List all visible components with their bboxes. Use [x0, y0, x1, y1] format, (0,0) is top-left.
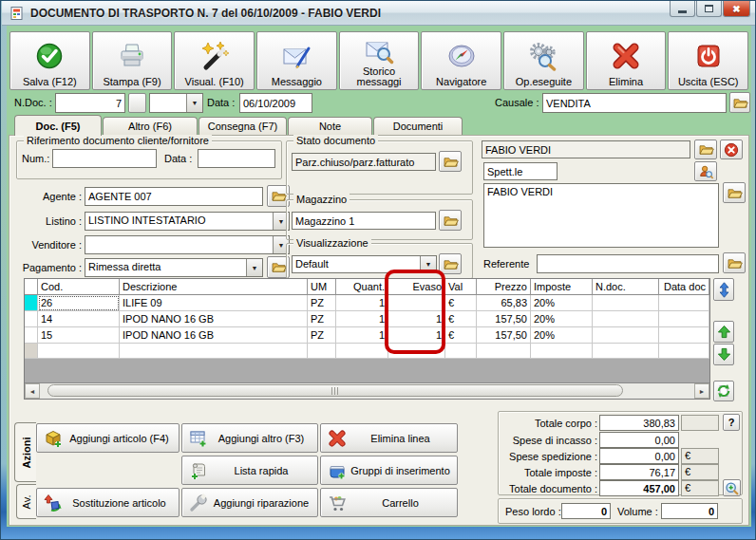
- gruppi-inserimento-button[interactable]: Gruppi di inserimento: [320, 456, 458, 485]
- scroll-right-icon[interactable]: ►: [694, 383, 709, 399]
- indirizzo-lookup-button[interactable]: [723, 182, 746, 203]
- venditore-select[interactable]: ▼: [85, 235, 290, 254]
- cell-val[interactable]: €: [445, 295, 477, 311]
- sostituzione-articolo-button[interactable]: Sostituzione articolo: [36, 488, 180, 517]
- close-button[interactable]: ✖: [723, 1, 750, 17]
- grid-header-imposte[interactable]: Imposte: [531, 279, 593, 295]
- row-selector-cell[interactable]: [25, 327, 38, 344]
- cell-um[interactable]: PZ: [308, 311, 336, 327]
- visualizzazione-select[interactable]: Default ▼: [292, 255, 437, 273]
- tab-azioni[interactable]: Azioni: [14, 422, 36, 482]
- tab-consegna[interactable]: Consegna (F7): [198, 117, 287, 136]
- row-selector-cell[interactable]: [25, 311, 38, 327]
- refresh-button[interactable]: [713, 381, 734, 401]
- grid-header-um[interactable]: UM: [308, 279, 336, 295]
- cell-datadoc[interactable]: [659, 311, 709, 327]
- totals-detail-button[interactable]: [723, 479, 741, 496]
- causale-lookup-button[interactable]: [729, 92, 750, 113]
- cell-imposte[interactable]: 20%: [531, 311, 593, 327]
- cell-um[interactable]: PZ: [308, 295, 336, 311]
- cell-prezzo[interactable]: 65,83: [477, 295, 531, 311]
- cell-prezzo[interactable]: 157,50: [477, 327, 531, 344]
- cell-val[interactable]: €: [445, 327, 477, 344]
- horizontal-scrollbar[interactable]: ◄ ►: [25, 383, 709, 399]
- cell-cod[interactable]: 14: [38, 311, 120, 327]
- grid-header-datadoc[interactable]: Data doc: [659, 279, 709, 295]
- ndoc-aux-button[interactable]: [128, 93, 146, 113]
- peso-lordo-value[interactable]: [561, 503, 611, 519]
- move-up-button[interactable]: [713, 321, 734, 343]
- cell-descrizione[interactable]: IPOD NANO 16 GB: [120, 327, 308, 344]
- cell-quant[interactable]: 1: [336, 327, 388, 344]
- maximize-button[interactable]: [696, 1, 722, 17]
- elimina-linea-button[interactable]: Elimina linea: [320, 423, 458, 453]
- tab-avanzate[interactable]: Av.: [16, 484, 36, 519]
- tab-note[interactable]: Note: [288, 117, 372, 136]
- lista-rapida-button[interactable]: Lista rapida: [181, 456, 318, 485]
- grid-header-cod[interactable]: Cod.: [38, 279, 120, 295]
- table-row[interactable]: 15 IPOD NANO 16 GB PZ 1 1 € 157,50 20%: [25, 327, 709, 344]
- cell-val[interactable]: €: [445, 311, 477, 327]
- cell-evaso[interactable]: [388, 295, 445, 311]
- move-down-button[interactable]: [713, 344, 734, 365]
- cell-datadoc[interactable]: [659, 295, 709, 311]
- cell-ndoc[interactable]: [593, 327, 659, 344]
- intestatario-lookup-button[interactable]: [694, 140, 717, 159]
- operations-button[interactable]: Op.eseguite: [503, 31, 584, 90]
- cell-ndoc[interactable]: [593, 311, 659, 327]
- magazzino-lookup-button[interactable]: [439, 210, 462, 231]
- ndoc-input[interactable]: [55, 93, 125, 113]
- cell-um[interactable]: PZ: [308, 327, 336, 344]
- exit-button[interactable]: Uscita (ESC): [668, 31, 748, 90]
- aggiungi-articolo-button[interactable]: Aggiungi articolo (F4): [36, 423, 180, 453]
- scrollbar-thumb[interactable]: [47, 384, 623, 397]
- minimize-button[interactable]: [670, 1, 695, 17]
- indirizzo-textarea[interactable]: FABIO VERDI: [483, 183, 719, 248]
- rif-num-input[interactable]: [52, 149, 157, 168]
- tab-altro[interactable]: Altro (F6): [103, 117, 198, 136]
- cell-cod[interactable]: 26: [38, 295, 120, 311]
- tab-documenti[interactable]: Documenti: [373, 117, 463, 136]
- referente-lookup-button[interactable]: [723, 252, 746, 273]
- magazzino-input[interactable]: [292, 212, 436, 230]
- volume-value[interactable]: [661, 503, 718, 519]
- grid-header-ndoc[interactable]: N.doc.: [593, 279, 659, 295]
- causale-input[interactable]: [542, 93, 727, 113]
- table-row[interactable]: 26 ILIFE 09 PZ 1 € 65,83 20%: [25, 295, 709, 311]
- move-line-button[interactable]: [713, 278, 734, 301]
- visualizzazione-lookup-button[interactable]: [439, 253, 462, 274]
- table-row[interactable]: 14 IPOD NANO 16 GB PZ 1 1 € 157,50 20%: [25, 311, 709, 327]
- cell-quant[interactable]: 1: [336, 311, 388, 327]
- listino-select[interactable]: LISTINO INTESTATARIO ▼: [85, 212, 290, 231]
- stato-documento-lookup-button[interactable]: [439, 151, 462, 172]
- print-button[interactable]: Stampa (F9): [92, 31, 173, 90]
- date-input[interactable]: [239, 93, 312, 113]
- tab-doc[interactable]: Doc. (F5): [14, 115, 102, 136]
- person-search-button[interactable]: [694, 161, 717, 181]
- empty-row[interactable]: [25, 344, 709, 359]
- grid-header-evaso[interactable]: Evaso: [388, 279, 445, 295]
- spese-incasso-value[interactable]: [599, 432, 679, 448]
- navigator-button[interactable]: Navigatore: [421, 31, 501, 90]
- rif-data-input[interactable]: [198, 149, 275, 168]
- delete-button[interactable]: Elimina: [586, 31, 667, 90]
- referente-input[interactable]: [537, 254, 719, 273]
- grid-header-quant[interactable]: Quant.: [336, 279, 388, 295]
- aggiungi-altro-button[interactable]: Aggiungi altro (F3): [181, 423, 318, 453]
- message-button[interactable]: Messaggio: [256, 31, 337, 90]
- row-selector-cell[interactable]: [25, 295, 38, 311]
- cell-evaso[interactable]: 1: [388, 327, 445, 344]
- help-button[interactable]: ?: [723, 414, 740, 431]
- grid-header-descrizione[interactable]: Descrizione: [120, 279, 308, 295]
- cell-prezzo[interactable]: 157,50: [477, 311, 531, 327]
- cell-imposte[interactable]: 20%: [531, 295, 593, 311]
- grid-header-val[interactable]: Val: [445, 279, 477, 295]
- cell-evaso[interactable]: 1: [388, 311, 445, 327]
- cell-quant[interactable]: 1: [336, 295, 388, 311]
- titolo-input[interactable]: [483, 162, 558, 180]
- preview-button[interactable]: Visual. (F10): [174, 31, 255, 90]
- grid-header-prezzo[interactable]: Prezzo: [477, 279, 531, 295]
- cell-descrizione[interactable]: IPOD NANO 16 GB: [120, 311, 308, 327]
- scrollbar-track[interactable]: [40, 383, 694, 399]
- aggiungi-riparazione-button[interactable]: Aggiungi riparazione: [181, 488, 318, 517]
